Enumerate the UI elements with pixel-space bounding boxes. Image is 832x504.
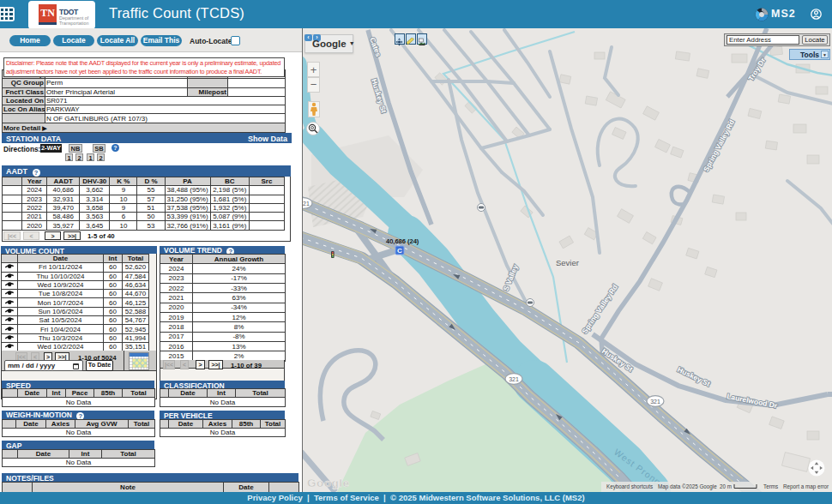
svg-text:Sevier: Sevier (556, 258, 579, 267)
svg-text:Keyboard shortcuts: Keyboard shortcuts (606, 483, 653, 490)
svg-text:20 m: 20 m (720, 483, 732, 489)
svg-text:Report a map error: Report a map error (783, 483, 829, 490)
svg-text:321: 321 (303, 201, 310, 207)
svg-text:40,686 (24): 40,686 (24) (386, 237, 419, 245)
svg-text:321: 321 (650, 399, 660, 405)
svg-text:Google: Google (307, 477, 350, 489)
svg-text:C: C (397, 247, 402, 255)
svg-text:Map data ©2025 Google: Map data ©2025 Google (658, 483, 717, 490)
svg-text:321: 321 (509, 376, 519, 382)
svg-text:Terms: Terms (763, 483, 778, 489)
